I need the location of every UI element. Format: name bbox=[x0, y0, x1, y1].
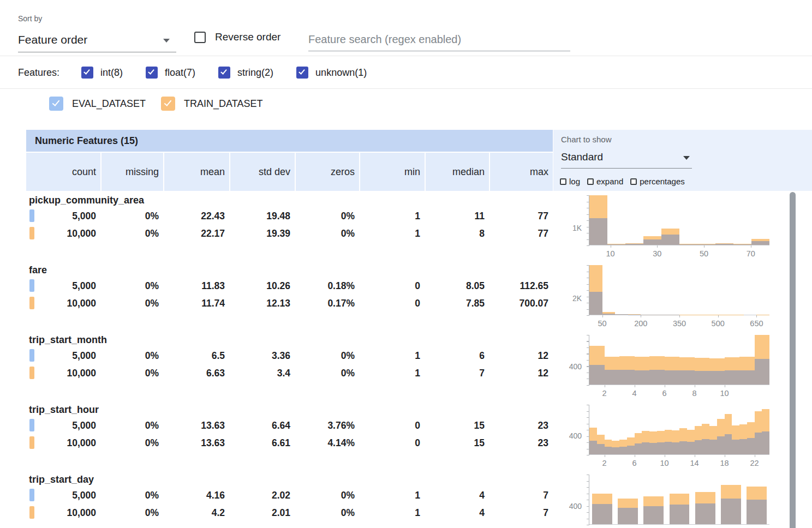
feature-type-filter-unknown[interactable]: unknown(1) bbox=[296, 67, 367, 79]
stat-value: 5,000 bbox=[72, 350, 96, 362]
histogram-bar bbox=[619, 447, 627, 454]
cell-zeros: 0.17% bbox=[295, 295, 359, 312]
table-title: Numeric Features (15) bbox=[26, 130, 553, 152]
stat-value: 0% bbox=[341, 211, 355, 222]
reverse-order-checkbox[interactable] bbox=[194, 32, 206, 43]
stat-value: 2.01 bbox=[272, 507, 290, 519]
histogram-bar bbox=[739, 439, 747, 454]
cell-count: 5,000 bbox=[26, 277, 100, 295]
x-axis-tick-label: 2 bbox=[602, 459, 606, 467]
stat-row-eval: 5,0000%11.8310.260.18%08.05112.65 bbox=[26, 277, 553, 295]
stat-row-train: 10,0000%11.7412.130.17%07.85700.07 bbox=[26, 295, 553, 312]
chevron-down-icon bbox=[163, 39, 170, 43]
chart-option-percentages[interactable]: percentages bbox=[630, 177, 685, 186]
dataset-toggle-eval[interactable]: EVAL_DATASET bbox=[49, 97, 146, 111]
cell-zeros: 0% bbox=[295, 207, 359, 225]
dataset-toggle-train[interactable]: TRAIN_DATASET bbox=[161, 97, 262, 111]
stat-value: 0% bbox=[145, 507, 159, 519]
stat-value: 10,000 bbox=[67, 507, 96, 519]
histogram-bar bbox=[755, 433, 762, 454]
chart-type-dropdown[interactable]: Standard bbox=[561, 148, 692, 169]
stat-value: 0% bbox=[341, 490, 355, 501]
feature-type-filter-int[interactable]: int(8) bbox=[81, 67, 123, 79]
stat-value: 12 bbox=[538, 368, 548, 379]
cell-missing: 0% bbox=[100, 487, 163, 504]
chart-option-expand[interactable]: expand bbox=[587, 177, 623, 186]
eval-dataset-marker bbox=[29, 349, 34, 362]
cell-min: 0 bbox=[359, 277, 425, 295]
stat-value: 10,000 bbox=[67, 437, 96, 449]
vertical-scrollbar[interactable] bbox=[790, 192, 796, 528]
stat-value: 1 bbox=[415, 368, 420, 379]
feature-type-filter-string[interactable]: string(2) bbox=[218, 67, 273, 79]
histogram-bar bbox=[642, 442, 649, 454]
stat-value: 7.85 bbox=[466, 298, 485, 309]
cell-std_dev: 6.61 bbox=[229, 434, 295, 452]
stat-value: 1 bbox=[415, 211, 420, 222]
column-header-count: count bbox=[26, 153, 100, 191]
feature-type-filters: int(8)float(7)string(2)unknown(1) bbox=[81, 67, 367, 79]
stat-value: 0% bbox=[341, 507, 355, 519]
eval-dataset-marker bbox=[29, 209, 34, 222]
x-axis-tick-label: 18 bbox=[720, 459, 729, 467]
x-axis-tick-label: 30 bbox=[653, 249, 661, 258]
stat-value: 0% bbox=[341, 350, 355, 362]
cell-count: 10,000 bbox=[26, 504, 100, 521]
column-header-row: countmissingmeanstd devzerosminmedianmax bbox=[26, 153, 553, 191]
histogram-bar bbox=[597, 444, 605, 454]
stat-value: 7 bbox=[479, 368, 485, 379]
unchecked-checkbox-icon bbox=[560, 178, 566, 185]
y-axis-label: 1K bbox=[553, 224, 582, 232]
feature-type-filter-float[interactable]: float(7) bbox=[146, 67, 195, 79]
cell-min: 0 bbox=[359, 434, 425, 452]
feature-block-fare: fare5,0000%11.8310.260.18%08.05112.6510,… bbox=[26, 261, 553, 331]
histogram-bar bbox=[732, 440, 739, 454]
histogram-bar bbox=[687, 442, 695, 454]
cell-std_dev: 19.48 bbox=[229, 207, 295, 225]
x-axis-labels: 50200350500650 bbox=[589, 319, 769, 329]
column-header-mean: mean bbox=[163, 153, 229, 191]
feature-type-filter-bar: Features: int(8)float(7)string(2)unknown… bbox=[0, 57, 812, 89]
feature-type-filter-label: string(2) bbox=[237, 67, 273, 79]
x-axis-tick-label: 70 bbox=[747, 249, 755, 258]
cell-count: 5,000 bbox=[26, 487, 100, 504]
stat-value: 6.61 bbox=[272, 437, 290, 449]
stat-value: 112.65 bbox=[520, 280, 548, 292]
stat-value: 0% bbox=[145, 211, 159, 222]
cell-std_dev: 2.01 bbox=[229, 504, 295, 521]
feature-name: trip_start_day bbox=[26, 470, 553, 487]
x-axis-tick-label: 500 bbox=[712, 319, 725, 328]
cell-missing: 0% bbox=[100, 504, 163, 521]
histogram-bar bbox=[739, 370, 755, 385]
sort-by-dropdown[interactable]: Feature order bbox=[18, 29, 176, 52]
feature-name: pickup_community_area bbox=[26, 191, 553, 207]
histogram-bar bbox=[697, 244, 715, 245]
stat-value: 8.05 bbox=[466, 280, 485, 292]
cell-median: 15 bbox=[425, 417, 489, 434]
stat-value: 11.74 bbox=[201, 298, 225, 309]
histogram-bar bbox=[643, 239, 661, 245]
stat-value: 7 bbox=[543, 490, 548, 501]
histogram-fare: 2K50200350500650 bbox=[553, 261, 797, 331]
reverse-order-control[interactable]: Reverse order bbox=[194, 31, 280, 43]
cell-count: 10,000 bbox=[26, 364, 100, 382]
histogram-bar bbox=[589, 441, 597, 454]
chart-type-value: Standard bbox=[561, 151, 603, 163]
histogram-bar bbox=[747, 438, 755, 454]
histogram-bar bbox=[589, 365, 605, 385]
histogram-bar bbox=[612, 447, 619, 454]
cell-min: 1 bbox=[359, 225, 425, 242]
stat-row-train: 10,0000%22.1719.390%1877 bbox=[26, 225, 553, 242]
cell-zeros: 0% bbox=[295, 225, 359, 242]
cell-min: 1 bbox=[359, 207, 425, 225]
feature-search-input[interactable] bbox=[308, 28, 570, 51]
train-dataset-marker bbox=[29, 367, 34, 379]
histogram-bar bbox=[625, 244, 643, 245]
x-axis-tick bbox=[755, 455, 755, 457]
chart-option-log[interactable]: log bbox=[560, 177, 580, 186]
cell-count: 10,000 bbox=[26, 295, 100, 312]
stat-value: 6.63 bbox=[206, 368, 225, 379]
train-dataset-marker bbox=[29, 506, 34, 519]
x-axis-tick-label: 22 bbox=[750, 459, 759, 467]
y-axis-label: 400 bbox=[553, 502, 582, 511]
